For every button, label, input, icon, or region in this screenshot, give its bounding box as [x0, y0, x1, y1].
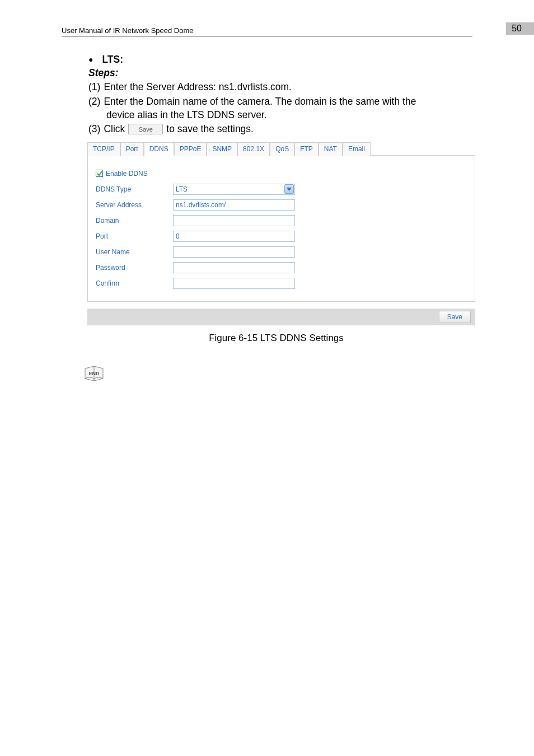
password-row: Password	[96, 260, 467, 276]
tab-nat[interactable]: NAT	[318, 142, 343, 156]
step-text: Enter the Server Address: ns1.dvrlists.c…	[104, 81, 292, 94]
step-text-before: Click	[104, 123, 125, 136]
step-text-after: to save the settings.	[166, 123, 254, 136]
save-button-inline: Save	[128, 124, 163, 134]
tab-email[interactable]: Email	[343, 142, 371, 156]
tab-8021x[interactable]: 802.1X	[237, 142, 270, 156]
section-title: LTS:	[102, 53, 123, 67]
port-label: Port	[96, 232, 173, 241]
user-name-label: User Name	[96, 248, 173, 256]
step-2: (2) Enter the Domain name of the camera.…	[88, 95, 464, 109]
ddns-type-row: DDNS Type LTS	[96, 181, 467, 197]
enable-ddns-checkbox[interactable]	[96, 170, 103, 177]
port-value: 0	[176, 232, 180, 241]
figure-caption: Figure 6-15 LTS DDNS Settings	[88, 332, 464, 345]
page-number: 50	[506, 22, 534, 35]
password-input[interactable]	[173, 262, 295, 273]
step-1: (1) Enter the Server Address: ns1.dvrlis…	[88, 81, 464, 94]
tab-tcpip[interactable]: TCP/IP	[87, 142, 120, 156]
tab-port[interactable]: Port	[120, 142, 144, 156]
server-address-input[interactable]: ns1.dvrlists.com/	[173, 199, 295, 211]
enable-ddns-row: Enable DDNS	[96, 166, 467, 181]
save-button[interactable]: Save	[439, 311, 471, 323]
ddns-type-label: DDNS Type	[96, 185, 173, 194]
domain-row: Domain	[96, 213, 467, 228]
tab-snmp[interactable]: SNMP	[207, 142, 237, 156]
svg-marker-0	[287, 188, 292, 191]
tab-ddns[interactable]: DDNS	[144, 142, 174, 156]
steps-heading: Steps:	[88, 67, 464, 80]
end-icon: END	[83, 365, 464, 386]
user-name-input[interactable]	[173, 246, 295, 258]
domain-input[interactable]	[173, 215, 295, 226]
server-address-value: ns1.dvrlists.com/	[176, 200, 226, 209]
page-header: User Manual of IR Network Speed Dome 50	[62, 22, 472, 36]
confirm-input[interactable]	[173, 278, 295, 289]
enable-ddns-label: Enable DDNS	[106, 169, 148, 178]
user-name-row: User Name	[96, 244, 467, 260]
section-lts: ● LTS:	[88, 53, 464, 67]
port-input[interactable]: 0	[173, 231, 295, 242]
form-panel: Enable DDNS DDNS Type LTS Server Address…	[87, 155, 475, 302]
step-3: (3) Click Save to save the settings.	[88, 123, 464, 136]
ddns-type-value: LTS	[176, 185, 188, 194]
svg-text:END: END	[88, 371, 100, 376]
step-number: (1)	[88, 81, 100, 94]
save-bar: Save	[87, 309, 475, 325]
tab-ftp[interactable]: FTP	[294, 142, 318, 156]
server-address-label: Server Address	[96, 200, 173, 209]
tab-bar: TCP/IPPortDDNSPPPoESNMP802.1XQoSFTPNATEm…	[87, 142, 475, 155]
port-row: Port 0	[96, 228, 467, 244]
tab-pppoe[interactable]: PPPoE	[174, 142, 207, 156]
config-screenshot: TCP/IPPortDDNSPPPoESNMP802.1XQoSFTPNATEm…	[87, 142, 475, 325]
confirm-row: Confirm	[96, 276, 467, 291]
chevron-down-icon	[284, 184, 294, 194]
step-text: Enter the Domain name of the camera. The…	[104, 95, 416, 109]
confirm-label: Confirm	[96, 279, 173, 288]
bullet-icon: ●	[88, 54, 93, 65]
tab-qos[interactable]: QoS	[270, 142, 294, 156]
step-number: (3)	[88, 123, 100, 136]
header-title: User Manual of IR Network Speed Dome	[62, 26, 194, 35]
password-label: Password	[96, 263, 173, 272]
server-address-row: Server Address ns1.dvrlists.com/	[96, 197, 467, 213]
step-number: (2)	[88, 95, 100, 109]
step-2-sub: device alias in the LTS DDNS server.	[106, 109, 464, 122]
steps-list: (1) Enter the Server Address: ns1.dvrlis…	[88, 81, 464, 136]
ddns-type-select[interactable]: LTS	[173, 184, 295, 195]
domain-label: Domain	[96, 216, 173, 225]
